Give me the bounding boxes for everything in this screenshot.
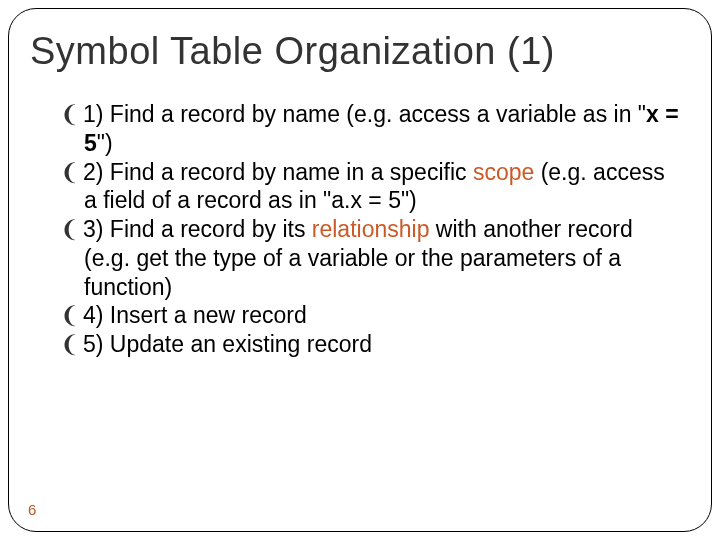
page-number: 6 bbox=[28, 501, 36, 518]
list-item: ❨2) Find a record by name in a specific … bbox=[60, 158, 680, 216]
list-item: ❨5) Update an existing record bbox=[60, 330, 680, 359]
list-item: ❨3) Find a record by its relationship wi… bbox=[60, 215, 680, 301]
list-item-highlight: relationship bbox=[312, 216, 430, 242]
bullet-icon: ❨ bbox=[60, 216, 83, 242]
bullet-icon: ❨ bbox=[60, 101, 83, 127]
list-item-text: 1) Find a record by name (e.g. access a … bbox=[83, 101, 646, 127]
slide-body: ❨1) Find a record by name (e.g. access a… bbox=[60, 100, 680, 359]
list-item: ❨4) Insert a new record bbox=[60, 301, 680, 330]
list-item-text: ") bbox=[97, 130, 113, 156]
list-item-text: 4) Insert a new record bbox=[83, 302, 307, 328]
slide: Symbol Table Organization (1) ❨1) Find a… bbox=[0, 0, 720, 540]
list-item-highlight: scope bbox=[473, 159, 534, 185]
bullet-icon: ❨ bbox=[60, 159, 83, 185]
list-item-text: 5) Update an existing record bbox=[83, 331, 372, 357]
bullet-icon: ❨ bbox=[60, 302, 83, 328]
list-item: ❨1) Find a record by name (e.g. access a… bbox=[60, 100, 680, 158]
list-item-text: 3) Find a record by its bbox=[83, 216, 312, 242]
bullet-icon: ❨ bbox=[60, 331, 83, 357]
slide-title: Symbol Table Organization (1) bbox=[30, 30, 690, 73]
list-item-text: 2) Find a record by name in a specific bbox=[83, 159, 473, 185]
